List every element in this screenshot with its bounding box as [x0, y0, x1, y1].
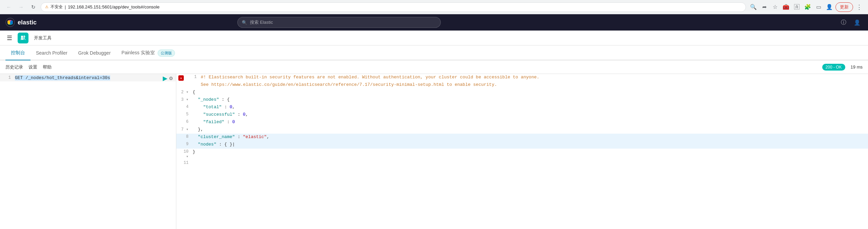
editor-panel[interactable]: 1 GET /_nodes/hot_threads&interval=30s ▶…	[0, 74, 176, 229]
hamburger-menu-button[interactable]: ☰	[4, 33, 15, 43]
search-icon: 🔍	[242, 20, 247, 25]
address-bar[interactable]: ⚠ 不安全 | 192.168.245.151:5601/app/dev_too…	[41, 2, 746, 12]
response-panel: ✕ 1 #! Elasticsearch built-in security f…	[176, 74, 868, 229]
security-warning-icon: ⚠	[45, 5, 48, 9]
app-header: elastic 🔍 搜索 Elastic ⓘ 👤	[0, 14, 868, 31]
editor-line-1[interactable]: 1 GET /_nodes/hot_threads&interval=30s ▶…	[0, 74, 176, 81]
translate-button[interactable]: 🇦	[792, 2, 802, 12]
resp-line-2: 2 ▾ {	[176, 89, 868, 96]
tools-button[interactable]: ⚙	[169, 75, 173, 82]
status-badge: 200 - OK	[822, 64, 845, 71]
resp-line-1: ✕ 1 #! Elasticsearch built-in security f…	[176, 74, 868, 81]
history-button[interactable]: 历史记录	[5, 63, 23, 72]
resp-linenum-5: 5	[179, 112, 189, 117]
tab-grok-debugger-label: Grok Debugger	[78, 50, 111, 56]
resp-linenum-9: 9	[179, 142, 189, 147]
resp-linenum-11: 11	[179, 160, 189, 165]
search-placeholder: 搜索 Elastic	[250, 19, 273, 25]
resp-line-9: 9 "nodes" : { }|	[176, 141, 868, 149]
resp-content-8: "cluster_name" : "elastic",	[193, 134, 865, 139]
resp-line-1b: See https://www.elastic.co/guide/en/elas…	[176, 81, 868, 89]
beta-badge: 公测版	[158, 50, 175, 57]
tab-painless[interactable]: Painless 实验室 公测版	[116, 46, 180, 60]
url-text: 192.168.245.151:5601/app/dev_tools#/cons…	[68, 4, 159, 9]
tab-search-profiler-label: Search Profiler	[36, 50, 67, 56]
search-browser-button[interactable]: 🔍	[749, 2, 758, 12]
reload-button[interactable]: ↻	[28, 2, 38, 12]
resp-line-6: 6 "failed" : 0	[176, 119, 868, 126]
elastic-logo-icon	[5, 18, 15, 27]
resp-linenum-7: 7 ▾	[179, 127, 189, 132]
forward-button[interactable]: →	[16, 2, 26, 12]
resp-content-1: #! Elasticsearch built-in security featu…	[201, 75, 865, 80]
global-search-bar[interactable]: 🔍 搜索 Elastic	[237, 17, 441, 28]
settings-button[interactable]: 设置	[28, 63, 37, 72]
browser-bar: ← → ↻ ⚠ 不安全 | 192.168.245.151:5601/app/d…	[0, 0, 868, 14]
resp-line-10: 10 ▾ }	[176, 149, 868, 160]
action-bar: 历史记录 设置 帮助 200 - OK 19 ms	[0, 60, 868, 74]
resp-content-6: "failed" : 0	[193, 119, 865, 125]
help-header-button[interactable]: ⓘ	[838, 17, 849, 28]
resp-content-10: }	[193, 149, 865, 154]
resp-content-4: "total" : 0,	[193, 104, 865, 110]
tab-grok-debugger[interactable]: Grok Debugger	[73, 46, 116, 60]
tab-bar: 控制台 Search Profiler Grok Debugger Painle…	[0, 45, 868, 60]
tab-console-label: 控制台	[11, 50, 25, 56]
tab-painless-label: Painless 实验室	[121, 50, 155, 56]
address-warning-text: 不安全	[51, 4, 63, 10]
resp-linenum-6: 6	[179, 119, 189, 124]
puzzle-button[interactable]: 🧩	[803, 2, 812, 12]
bookmark-button[interactable]: ☆	[770, 2, 780, 12]
extensions-button[interactable]: 🧰	[781, 2, 791, 12]
resp-line-11: 11	[176, 160, 868, 167]
resp-line-8: 8 "cluster_name" : "elastic",	[176, 134, 868, 141]
browser-actions: 🔍 ➦ ☆ 🧰 🇦 🧩 ▭ 👤 更新 ⋮	[749, 2, 864, 12]
response-content[interactable]: ✕ 1 #! Elasticsearch built-in security f…	[176, 74, 868, 229]
run-button[interactable]: ▶	[163, 75, 167, 82]
update-button[interactable]: 更新	[835, 2, 853, 12]
resp-linenum-1: 1	[187, 75, 197, 79]
resp-line-5: 5 "successful" : 0,	[176, 111, 868, 119]
resp-content-9: "nodes" : { }|	[193, 142, 865, 147]
resp-linenum-2: 2 ▾	[179, 90, 189, 95]
resp-line-3: 3 ▾ "_nodes" : {	[176, 96, 868, 104]
resp-linenum-10: 10 ▾	[179, 149, 189, 159]
url-separator: |	[65, 5, 66, 9]
profile-button[interactable]: 👤	[825, 2, 834, 12]
user-header-button[interactable]: 👤	[852, 17, 863, 28]
resp-line-4: 4 "total" : 0,	[176, 104, 868, 111]
main-content: 1 GET /_nodes/hot_threads&interval=30s ▶…	[0, 74, 868, 229]
line-number-1: 1	[3, 75, 11, 80]
breadcrumb-devtools[interactable]: 开发工具	[31, 33, 54, 43]
resp-linenum-4: 4	[179, 104, 189, 109]
editor-text-highlighted: GET /_nodes/hot_threads&interval=30s	[15, 75, 110, 80]
resp-content-2: {	[193, 90, 865, 95]
resp-content-3: "_nodes" : {	[193, 97, 865, 102]
sidebar-button[interactable]: ▭	[814, 2, 823, 12]
resp-linenum-8: 8	[179, 134, 189, 139]
app-icon-button[interactable]: 默	[18, 33, 28, 43]
browser-menu-button[interactable]: ⋮	[854, 2, 864, 12]
share-button[interactable]: ➦	[760, 2, 769, 12]
time-badge: 19 ms	[851, 64, 863, 70]
editor-actions: ▶ ⚙	[163, 75, 173, 82]
header-right: ⓘ 👤	[838, 17, 863, 28]
resp-content-1b: See https://www.elastic.co/guide/en/elas…	[201, 82, 865, 87]
back-button[interactable]: ←	[4, 2, 14, 12]
tab-console[interactable]: 控制台	[5, 46, 31, 60]
error-icon: ✕	[178, 75, 184, 81]
resp-linenum-3: 3 ▾	[179, 97, 189, 102]
help-button[interactable]: 帮助	[43, 63, 52, 72]
resp-line-7: 7 ▾ },	[176, 126, 868, 134]
elastic-logo[interactable]: elastic	[5, 18, 37, 27]
toolbar: ☰ 默 开发工具	[0, 31, 868, 45]
tab-search-profiler[interactable]: Search Profiler	[31, 46, 73, 60]
resp-content-7: },	[193, 127, 865, 132]
line-content-1: GET /_nodes/hot_threads&interval=30s	[15, 75, 173, 80]
elastic-logo-text: elastic	[18, 19, 37, 26]
resp-content-5: "successful" : 0,	[193, 112, 865, 117]
